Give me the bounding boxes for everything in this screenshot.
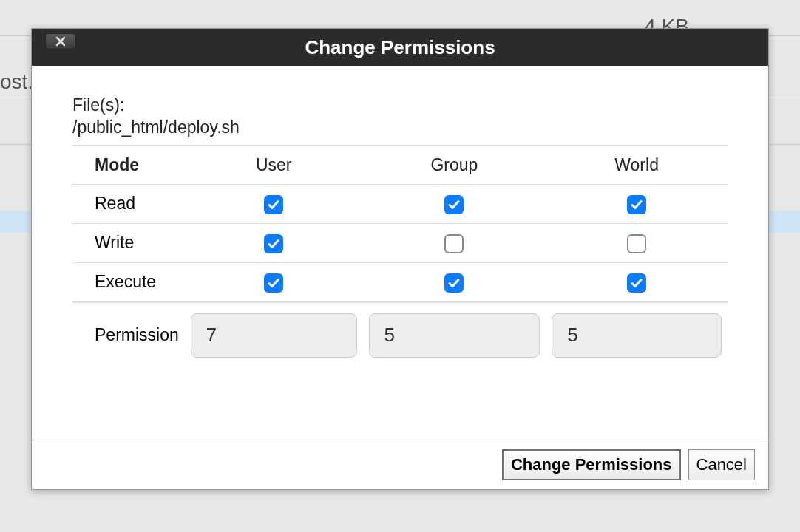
row-label-read: Read	[72, 185, 185, 224]
check-icon	[630, 276, 643, 290]
files-label: File(s):	[72, 95, 728, 115]
dialog-footer: Change Permissions Cancel	[32, 440, 768, 489]
dialog-title: Change Permissions	[305, 36, 495, 59]
confirm-button[interactable]: Change Permissions	[502, 449, 681, 480]
dialog-titlebar: Change Permissions	[32, 29, 768, 66]
table-row-execute: Execute	[72, 262, 728, 301]
checkbox-world-read[interactable]	[627, 195, 646, 214]
checkbox-group-execute[interactable]	[444, 273, 464, 293]
permission-world-input[interactable]	[552, 313, 722, 358]
permission-group-input[interactable]	[369, 313, 540, 358]
permission-user-input[interactable]	[191, 313, 357, 358]
check-icon	[267, 198, 280, 211]
checkbox-group-write[interactable]	[444, 234, 464, 253]
cancel-button[interactable]: Cancel	[688, 449, 755, 480]
background-fragment: ost.	[0, 70, 33, 94]
checkbox-world-write[interactable]	[627, 234, 646, 253]
checkbox-user-write[interactable]	[264, 234, 283, 253]
check-icon	[447, 276, 461, 290]
checkbox-user-read[interactable]	[264, 195, 283, 214]
check-icon	[267, 237, 280, 250]
table-row-write: Write	[72, 223, 728, 262]
change-permissions-dialog: Change Permissions File(s): /public_html…	[31, 28, 769, 490]
checkbox-user-execute[interactable]	[264, 273, 283, 293]
file-path: /public_html/deploy.sh	[72, 117, 728, 137]
checkbox-group-read[interactable]	[444, 195, 464, 214]
header-user: User	[185, 146, 363, 185]
check-icon	[630, 198, 643, 211]
header-group: Group	[363, 146, 546, 185]
row-label-execute: Execute	[72, 262, 185, 301]
checkbox-world-execute[interactable]	[627, 273, 646, 293]
close-button[interactable]	[45, 33, 76, 50]
row-label-write: Write	[72, 223, 185, 262]
permissions-table: Mode User Group World Read Write	[72, 145, 728, 368]
table-row-read: Read	[72, 185, 728, 224]
dialog-body: File(s): /public_html/deploy.sh Mode Use…	[32, 66, 768, 440]
close-icon	[55, 36, 66, 47]
table-row-permission: Permission	[72, 302, 728, 368]
check-icon	[447, 198, 461, 211]
header-world: World	[546, 146, 728, 185]
row-label-permission: Permission	[72, 302, 185, 368]
check-icon	[267, 276, 280, 290]
header-mode: Mode	[72, 146, 185, 185]
